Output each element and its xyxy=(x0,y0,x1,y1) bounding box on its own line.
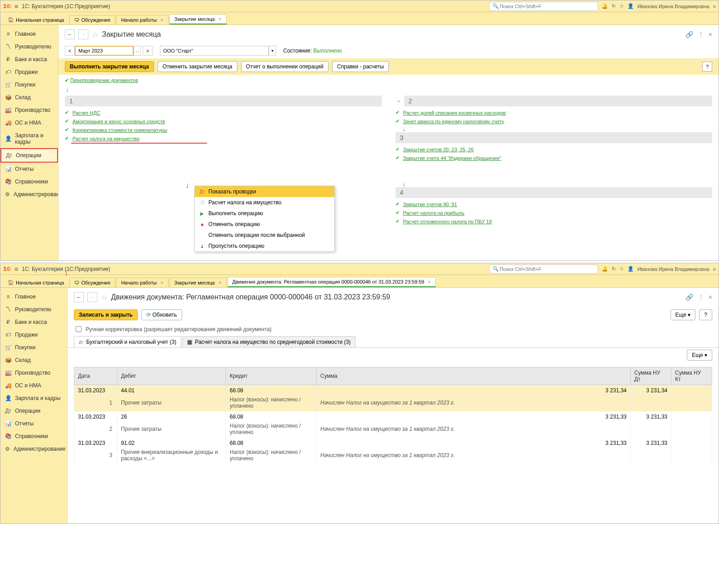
col-credit[interactable]: Кредит xyxy=(226,367,317,385)
sidebar-os[interactable]: 🚚ОС и НМА xyxy=(0,379,67,392)
more-button[interactable]: Еще ▾ xyxy=(671,309,696,320)
menu-icon[interactable]: ≡ xyxy=(14,265,18,273)
prev-period-button[interactable]: < xyxy=(65,46,75,56)
tab-doc-movements[interactable]: Движения документа: Регламентная операци… xyxy=(227,277,436,287)
col-sum[interactable]: Сумма xyxy=(317,367,631,385)
col-date[interactable]: Дата xyxy=(74,367,117,385)
sidebar-sales[interactable]: 🏷Продажи xyxy=(0,328,67,341)
table-row[interactable]: 31.03.202391.0268.08 3 231,333 231,33 xyxy=(74,438,712,448)
history-icon[interactable]: ↻ xyxy=(612,266,616,272)
close-icon[interactable]: × xyxy=(160,17,163,23)
help-calcs-button[interactable]: Справки - расчеты xyxy=(332,61,389,72)
step-link[interactable]: Амортизация и износ основных средств xyxy=(72,119,165,124)
save-close-button[interactable]: Записать и закрыть xyxy=(74,309,138,320)
sidebar-bank[interactable]: ₽Банк и касса xyxy=(0,316,67,328)
sidebar-bank[interactable]: ₽Банк и касса xyxy=(0,53,58,66)
sidebar-ref[interactable]: 📚Справочники xyxy=(0,175,58,188)
close-icon[interactable]: × xyxy=(709,31,712,38)
help-button[interactable]: ? xyxy=(699,309,712,320)
table-row-detail[interactable]: 1Прочие затратыНалог (взносы): начислено… xyxy=(74,396,712,411)
step-link[interactable]: Закрытие счетов 90, 91 xyxy=(403,202,457,207)
sidebar-main[interactable]: ≡Главное xyxy=(0,290,67,303)
close-icon[interactable]: × xyxy=(218,280,221,285)
repost-link[interactable]: Перепроведение документов xyxy=(70,77,138,83)
back-button[interactable]: ← xyxy=(65,29,75,39)
sidebar-stock[interactable]: 📦Склад xyxy=(0,354,67,366)
table-row-detail[interactable]: 2Прочие затратыНалог (взносы): начислено… xyxy=(74,422,712,438)
sidebar-buy[interactable]: 🛒Покупки xyxy=(0,78,58,91)
refresh-button[interactable]: ⟳ Обновить xyxy=(141,309,182,320)
sidebar-operations[interactable]: ДтОперации xyxy=(0,148,58,163)
sidebar-reports[interactable]: 📊Отчеты xyxy=(0,417,67,430)
sidebar-hr[interactable]: 👤Зарплата и кадры xyxy=(0,129,58,148)
col-nud[interactable]: Сумма НУ Дт xyxy=(631,367,671,385)
more-icon[interactable]: ⋮ xyxy=(698,31,704,38)
search-field[interactable] xyxy=(499,265,595,273)
sidebar-sales[interactable]: 🏷Продажи xyxy=(0,66,58,78)
checkbox-input[interactable] xyxy=(76,326,82,332)
back-button[interactable]: ← xyxy=(74,292,84,302)
tab-discussions[interactable]: 🗨Обсуждения xyxy=(69,278,115,287)
ctx-cancel-after[interactable]: Отменить операции после выбранной xyxy=(195,230,334,241)
settings-icon[interactable]: ≡ xyxy=(713,4,716,9)
tab-discussions[interactable]: 🗨Обсуждения xyxy=(69,15,115,24)
tab-home[interactable]: 🏠Начальная страница xyxy=(3,15,68,24)
sidebar-reports[interactable]: 📊Отчеты xyxy=(0,163,58,175)
col-nuk[interactable]: Сумма НУ Кт xyxy=(671,367,712,385)
step-link[interactable]: Расчет долей списания косвенных расходов xyxy=(403,110,506,116)
org-select[interactable]: ООО "Старт" xyxy=(160,46,269,56)
more-icon[interactable]: ⋮ xyxy=(698,294,704,301)
period-picker-button[interactable]: ... xyxy=(134,46,141,56)
sidebar-operations[interactable]: ДтОперации xyxy=(0,405,67,417)
menu-icon[interactable]: ≡ xyxy=(14,3,18,10)
manual-edit-checkbox[interactable]: Ручная корректировка (разрешает редактир… xyxy=(68,323,719,335)
close-icon[interactable]: × xyxy=(160,280,163,285)
tab-home[interactable]: 🏠Начальная страница xyxy=(3,278,68,287)
sidebar-admin[interactable]: ⚙Администрирование xyxy=(0,443,67,455)
user-icon[interactable]: 👤 xyxy=(627,3,634,9)
bell-icon[interactable]: 🔔 xyxy=(602,266,608,272)
step-link[interactable]: Расчет налога на прибыль xyxy=(403,210,465,216)
step-link[interactable]: Корректировка стоимости номенклатуры xyxy=(72,127,167,133)
step-link[interactable]: Закрытие счета 44 "Издержки обращения" xyxy=(403,155,502,161)
favorite-icon[interactable]: ☆ xyxy=(92,30,98,39)
search-input[interactable]: 🔍 xyxy=(489,2,598,11)
tab-start[interactable]: Начало работы× xyxy=(116,15,168,24)
sidebar-buy[interactable]: 🛒Покупки xyxy=(0,341,67,354)
ctx-show-postings[interactable]: ДтПоказать проводки xyxy=(195,186,334,197)
table-row[interactable]: 31.03.20232668.08 3 231,333 231,33 xyxy=(74,411,712,422)
period-value[interactable]: Март 2023 xyxy=(75,46,134,56)
close-icon[interactable]: × xyxy=(428,279,430,284)
sidebar-hr[interactable]: 👤Зарплата и кадры xyxy=(0,392,67,405)
col-debit[interactable]: Дебет xyxy=(117,367,226,385)
sidebar-os[interactable]: 🚚ОС и НМА xyxy=(0,116,58,129)
search-field[interactable] xyxy=(499,3,595,10)
ctx-calc-property-tax[interactable]: 📄Расчет налога на имущество xyxy=(195,197,334,208)
step-link[interactable]: Закрытие счетов 20, 23, 25, 26 xyxy=(403,147,474,152)
step-link[interactable]: Расчет отложенного налога по ПБУ 18 xyxy=(403,219,492,224)
cancel-closing-button[interactable]: Отменить закрытие месяца xyxy=(158,61,237,72)
sidebar-prod[interactable]: 🏭Производство xyxy=(0,366,67,379)
tab-closing[interactable]: Закрытие месяца× xyxy=(169,14,227,24)
report-button[interactable]: Отчет о выполнении операций xyxy=(241,61,328,72)
tab-closing[interactable]: Закрытие месяца× xyxy=(169,278,227,287)
tab-property-tax[interactable]: ▦Расчет налога на имущество по среднегод… xyxy=(182,336,356,347)
ctx-cancel-op[interactable]: ■Отменить операцию xyxy=(195,219,334,230)
step-link[interactable]: Расчет налога на имущество xyxy=(72,136,140,141)
history-icon[interactable]: ↻ xyxy=(612,3,616,9)
favorite-icon[interactable]: ☆ xyxy=(101,293,107,302)
sidebar-ref[interactable]: 📚Справочники xyxy=(0,430,67,443)
bell-icon[interactable]: 🔔 xyxy=(602,3,608,9)
tab-accounting[interactable]: ДтБухгалтерский и налоговый учет (3) xyxy=(74,336,181,347)
step-link[interactable]: Зачет аванса по единому налоговому счету xyxy=(403,119,504,124)
sidebar-leader[interactable]: 〽Руководителю xyxy=(0,40,58,53)
sidebar-prod[interactable]: 🏭Производство xyxy=(0,104,58,116)
link-icon[interactable]: 🔗 xyxy=(685,31,693,38)
star-icon[interactable]: ☆ xyxy=(619,3,624,9)
sidebar-leader[interactable]: 〽Руководителю xyxy=(0,303,67,316)
run-closing-button[interactable]: Выполнить закрытие месяца xyxy=(65,61,154,72)
table-row[interactable]: 31.03.202344.0168.08 3 231,343 231,34 xyxy=(74,385,712,396)
ctx-skip-op[interactable]: ⤓Пропустить операцию xyxy=(195,241,334,251)
next-period-button[interactable]: > xyxy=(143,46,153,56)
step-link[interactable]: Расчет НДС xyxy=(72,110,100,116)
